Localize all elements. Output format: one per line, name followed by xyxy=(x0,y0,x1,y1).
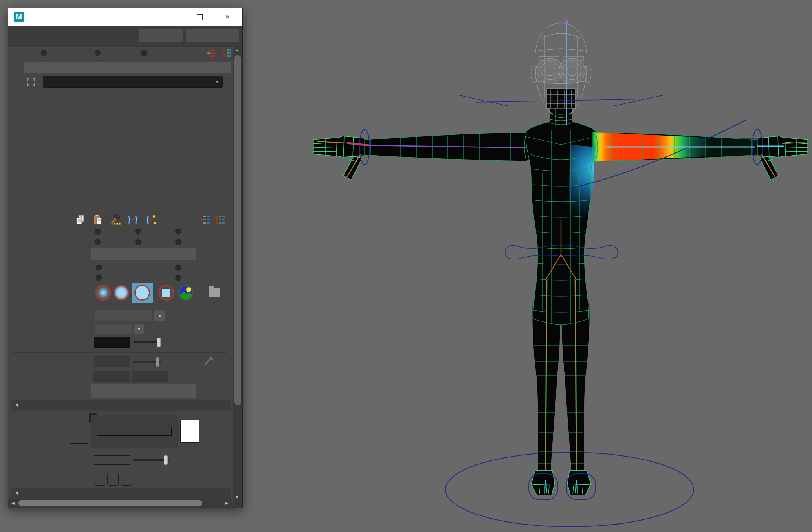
chevron-down-icon[interactable]: ▼ xyxy=(215,79,219,84)
brush-gaussian-icon[interactable] xyxy=(95,285,111,301)
mode-paint-radio[interactable] xyxy=(95,229,101,235)
selected-color-slider-track[interactable] xyxy=(133,459,169,461)
eyedropper-icon[interactable] xyxy=(204,356,214,366)
sort-order-icon[interactable] xyxy=(222,48,232,59)
influence-search[interactable]: ▼ xyxy=(43,76,223,88)
paint-op-replace-radio[interactable] xyxy=(96,265,102,271)
opacity-field[interactable] xyxy=(94,337,130,348)
maximize-button[interactable] xyxy=(192,8,207,26)
weight-type-dropdown[interactable] xyxy=(95,310,153,322)
normalize-weights-dropdown[interactable] xyxy=(95,323,132,334)
brush-soft-icon[interactable] xyxy=(114,285,129,301)
sort-by-hierarchy-radio[interactable] xyxy=(95,50,101,56)
influences-header xyxy=(24,62,231,73)
minimize-button[interactable] xyxy=(164,8,180,26)
reset-tool-button[interactable] xyxy=(139,29,183,42)
show-influences-ordered-icon[interactable] xyxy=(199,214,210,225)
paint-op-add-radio[interactable] xyxy=(175,265,181,271)
horizontal-scroll-thumb[interactable] xyxy=(18,500,202,506)
weight-color-high-swatch[interactable] xyxy=(180,420,199,443)
weight-hammer-icon[interactable] xyxy=(110,214,121,225)
scroll-left-icon[interactable]: ◀ xyxy=(11,501,15,506)
weight-type-dropdown-arrow[interactable]: ▼ xyxy=(154,310,166,322)
brush-ramp-icon[interactable] xyxy=(178,285,194,301)
show-selected-influences-icon[interactable] xyxy=(214,214,225,225)
maximize-icon xyxy=(197,14,203,20)
paint-op-scale-radio[interactable] xyxy=(96,275,102,281)
paint-select-toggle-radio[interactable] xyxy=(175,239,181,245)
color-preset-heat[interactable] xyxy=(94,473,105,486)
title-bar[interactable]: M × xyxy=(8,8,242,26)
ramp-gradient-bar[interactable] xyxy=(97,427,172,436)
select-geometry-button[interactable] xyxy=(91,247,197,260)
move-weights-locked-icon[interactable] xyxy=(145,214,156,225)
value-field[interactable] xyxy=(94,356,130,367)
search-input[interactable] xyxy=(47,77,206,87)
browse-profile-folder-icon[interactable] xyxy=(209,288,220,297)
move-weights-icon[interactable] xyxy=(127,214,138,225)
mode-select-radio[interactable] xyxy=(135,229,141,235)
selected-color-slider-handle[interactable] xyxy=(164,455,168,465)
vertical-scrollbar[interactable]: ▲ ▼ xyxy=(233,47,242,508)
min-value-field[interactable] xyxy=(93,371,130,382)
weight-color-low-swatch[interactable] xyxy=(70,421,88,444)
tool-settings-window: M × ▼ xyxy=(8,8,243,508)
paste-weights-icon[interactable] xyxy=(92,214,103,225)
brush-square-icon[interactable] xyxy=(158,285,174,301)
copy-weights-icon[interactable] xyxy=(75,214,86,225)
brush-solid-selected-tile[interactable] xyxy=(132,283,153,303)
color-ramp-editor[interactable] xyxy=(91,415,178,448)
scroll-down-icon[interactable]: ▼ xyxy=(235,495,239,499)
collapse-triangle-icon[interactable]: ▼ xyxy=(15,400,19,411)
sort-alphabetically-radio[interactable] xyxy=(41,50,47,56)
color-preset-grayscale[interactable] xyxy=(121,473,132,486)
minimize-icon xyxy=(169,17,174,17)
brush-solid-icon[interactable] xyxy=(134,285,150,301)
paint-select-remove-radio[interactable] xyxy=(135,239,141,245)
close-icon: × xyxy=(225,13,230,21)
collapse-triangle-icon[interactable]: ▼ xyxy=(15,488,19,499)
tool-help-button[interactable] xyxy=(186,29,239,42)
stroke-section-header[interactable]: ▼ xyxy=(11,488,231,499)
head-mouth xyxy=(547,89,575,108)
mode-paint-select-radio[interactable] xyxy=(175,229,181,235)
paint-select-add-radio[interactable] xyxy=(95,239,101,245)
tool-header xyxy=(8,26,242,46)
close-button[interactable]: × xyxy=(220,8,235,26)
scroll-right-icon[interactable]: ▶ xyxy=(225,501,228,506)
divider xyxy=(12,352,227,353)
vertical-scroll-thumb[interactable] xyxy=(234,55,241,405)
selected-color-swatch[interactable] xyxy=(94,455,130,465)
scroll-up-icon[interactable]: ▲ xyxy=(235,48,239,52)
sort-flat-radio[interactable] xyxy=(141,50,147,56)
divider xyxy=(8,46,242,47)
refresh-icon[interactable] xyxy=(207,48,218,59)
normalize-weights-dropdown-arrow[interactable]: ▼ xyxy=(134,323,145,334)
opacity-slider-handle[interactable] xyxy=(157,338,161,347)
paint-op-smooth-radio[interactable] xyxy=(175,275,181,281)
gradient-section-header[interactable]: ▼ xyxy=(11,400,231,411)
value-slider-handle[interactable] xyxy=(156,357,159,367)
horizontal-scrollbar[interactable]: ◀ ▶ xyxy=(8,499,232,508)
maya-logo-icon: M xyxy=(14,12,24,22)
flood-button[interactable] xyxy=(91,384,197,398)
select-brackets-icon[interactable] xyxy=(26,77,36,86)
color-preset-rainbow[interactable] xyxy=(107,473,119,486)
max-value-field[interactable] xyxy=(132,371,168,382)
